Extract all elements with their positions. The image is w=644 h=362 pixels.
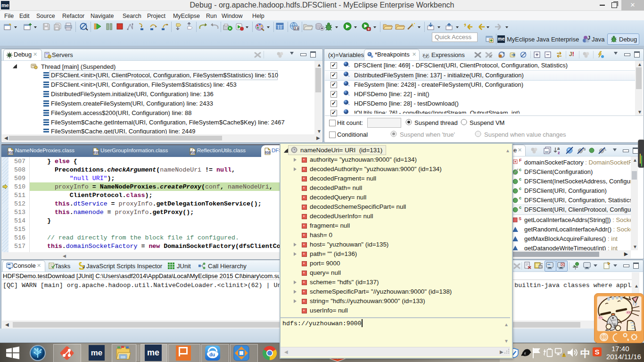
svg-text:c: c	[519, 196, 521, 200]
svg-text:c: c	[519, 205, 521, 210]
svg-text:010: 010	[8, 151, 14, 154]
svg-text:c: c	[519, 177, 521, 181]
svg-text:2.0: 2.0	[294, 27, 299, 30]
svg-text:J: J	[587, 35, 590, 41]
svg-text:S: S	[519, 216, 521, 221]
svg-text:F: F	[519, 158, 522, 163]
svg-text:010: 010	[190, 151, 196, 154]
svg-text:J: J	[83, 264, 85, 269]
svg-text:010: 010	[93, 151, 99, 154]
svg-text:du: du	[209, 352, 215, 357]
svg-text:c: c	[519, 167, 521, 172]
svg-text:010: 010	[265, 151, 271, 154]
svg-text:c: c	[519, 186, 521, 191]
